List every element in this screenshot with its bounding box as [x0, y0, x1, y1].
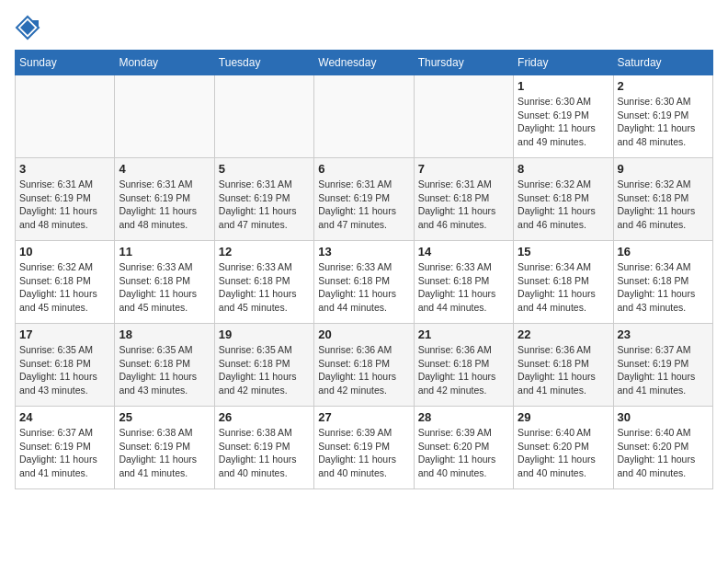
- day-info: Sunrise: 6:31 AM Sunset: 6:18 PM Dayligh…: [418, 178, 509, 232]
- day-number: 30: [618, 410, 709, 424]
- day-info: Sunrise: 6:35 AM Sunset: 6:18 PM Dayligh…: [19, 343, 110, 397]
- day-number: 18: [119, 327, 210, 341]
- day-info: Sunrise: 6:36 AM Sunset: 6:18 PM Dayligh…: [318, 343, 409, 397]
- calendar-cell: [115, 75, 214, 158]
- day-number: 2: [618, 79, 709, 93]
- day-number: 4: [119, 162, 210, 176]
- calendar-cell: 30Sunrise: 6:40 AM Sunset: 6:20 PM Dayli…: [613, 407, 712, 489]
- day-info: Sunrise: 6:36 AM Sunset: 6:18 PM Dayligh…: [418, 343, 509, 397]
- calendar-cell: 29Sunrise: 6:40 AM Sunset: 6:20 PM Dayli…: [514, 407, 613, 489]
- calendar-cell: 13Sunrise: 6:33 AM Sunset: 6:18 PM Dayli…: [314, 241, 414, 324]
- day-number: 21: [418, 327, 509, 341]
- day-info: Sunrise: 6:31 AM Sunset: 6:19 PM Dayligh…: [19, 178, 110, 232]
- day-info: Sunrise: 6:37 AM Sunset: 6:19 PM Dayligh…: [19, 426, 110, 480]
- day-info: Sunrise: 6:40 AM Sunset: 6:20 PM Dayligh…: [618, 426, 709, 480]
- day-number: 25: [119, 410, 210, 424]
- day-number: 29: [518, 410, 609, 424]
- day-number: 23: [618, 327, 709, 341]
- day-of-week-header: Tuesday: [214, 51, 313, 75]
- calendar-cell: [414, 75, 513, 158]
- calendar-cell: 19Sunrise: 6:35 AM Sunset: 6:18 PM Dayli…: [214, 324, 313, 407]
- calendar-cell: 17Sunrise: 6:35 AM Sunset: 6:18 PM Dayli…: [16, 324, 115, 407]
- day-info: Sunrise: 6:30 AM Sunset: 6:19 PM Dayligh…: [518, 95, 609, 149]
- day-of-week-header: Monday: [115, 51, 214, 75]
- calendar-cell: 25Sunrise: 6:38 AM Sunset: 6:19 PM Dayli…: [115, 407, 214, 489]
- calendar-cell: 14Sunrise: 6:33 AM Sunset: 6:18 PM Dayli…: [414, 241, 513, 324]
- calendar-cell: 5Sunrise: 6:31 AM Sunset: 6:19 PM Daylig…: [214, 158, 313, 241]
- calendar-cell: 26Sunrise: 6:38 AM Sunset: 6:19 PM Dayli…: [214, 407, 313, 489]
- calendar-header-row: SundayMondayTuesdayWednesdayThursdayFrid…: [16, 51, 713, 75]
- day-info: Sunrise: 6:39 AM Sunset: 6:19 PM Dayligh…: [318, 426, 409, 480]
- logo: [15, 15, 44, 40]
- calendar-table: SundayMondayTuesdayWednesdayThursdayFrid…: [15, 50, 713, 489]
- day-number: 8: [518, 162, 609, 176]
- calendar-cell: 2Sunrise: 6:30 AM Sunset: 6:19 PM Daylig…: [613, 75, 712, 158]
- calendar-cell: 6Sunrise: 6:31 AM Sunset: 6:19 PM Daylig…: [314, 158, 414, 241]
- calendar-cell: 3Sunrise: 6:31 AM Sunset: 6:19 PM Daylig…: [16, 158, 115, 241]
- day-number: 13: [318, 245, 409, 259]
- day-number: 26: [219, 410, 310, 424]
- day-number: 20: [318, 327, 409, 341]
- day-number: 17: [19, 327, 110, 341]
- calendar-cell: 27Sunrise: 6:39 AM Sunset: 6:19 PM Dayli…: [314, 407, 414, 489]
- calendar-cell: [314, 75, 414, 158]
- day-info: Sunrise: 6:34 AM Sunset: 6:18 PM Dayligh…: [618, 260, 709, 315]
- day-of-week-header: Thursday: [414, 51, 513, 75]
- day-info: Sunrise: 6:33 AM Sunset: 6:18 PM Dayligh…: [219, 260, 310, 315]
- day-info: Sunrise: 6:32 AM Sunset: 6:18 PM Dayligh…: [19, 260, 110, 315]
- day-of-week-header: Wednesday: [314, 51, 414, 75]
- calendar-cell: 12Sunrise: 6:33 AM Sunset: 6:18 PM Dayli…: [214, 241, 313, 324]
- calendar-week-row: 1Sunrise: 6:30 AM Sunset: 6:19 PM Daylig…: [16, 75, 713, 158]
- calendar-cell: 10Sunrise: 6:32 AM Sunset: 6:18 PM Dayli…: [16, 241, 115, 324]
- calendar-cell: 28Sunrise: 6:39 AM Sunset: 6:20 PM Dayli…: [414, 407, 513, 489]
- day-number: 24: [19, 410, 110, 424]
- day-number: 27: [318, 410, 409, 424]
- day-info: Sunrise: 6:38 AM Sunset: 6:19 PM Dayligh…: [119, 426, 210, 480]
- calendar-cell: [214, 75, 313, 158]
- day-number: 12: [219, 245, 310, 259]
- calendar-week-row: 24Sunrise: 6:37 AM Sunset: 6:19 PM Dayli…: [16, 407, 713, 489]
- day-number: 3: [19, 162, 110, 176]
- day-info: Sunrise: 6:33 AM Sunset: 6:18 PM Dayligh…: [318, 260, 409, 315]
- calendar-cell: 8Sunrise: 6:32 AM Sunset: 6:18 PM Daylig…: [514, 158, 613, 241]
- day-number: 15: [518, 245, 609, 259]
- day-number: 7: [418, 162, 509, 176]
- day-info: Sunrise: 6:31 AM Sunset: 6:19 PM Dayligh…: [318, 178, 409, 232]
- day-number: 14: [418, 245, 509, 259]
- day-info: Sunrise: 6:31 AM Sunset: 6:19 PM Dayligh…: [119, 178, 210, 232]
- day-number: 1: [518, 79, 609, 93]
- calendar-cell: 11Sunrise: 6:33 AM Sunset: 6:18 PM Dayli…: [115, 241, 214, 324]
- calendar-cell: [16, 75, 115, 158]
- day-info: Sunrise: 6:34 AM Sunset: 6:18 PM Dayligh…: [518, 260, 609, 315]
- day-info: Sunrise: 6:33 AM Sunset: 6:18 PM Dayligh…: [119, 260, 210, 315]
- calendar-week-row: 10Sunrise: 6:32 AM Sunset: 6:18 PM Dayli…: [16, 241, 713, 324]
- day-number: 22: [518, 327, 609, 341]
- calendar-cell: 23Sunrise: 6:37 AM Sunset: 6:19 PM Dayli…: [613, 324, 712, 407]
- day-info: Sunrise: 6:37 AM Sunset: 6:19 PM Dayligh…: [618, 343, 709, 397]
- day-of-week-header: Sunday: [16, 51, 115, 75]
- day-of-week-header: Saturday: [613, 51, 712, 75]
- calendar-cell: 24Sunrise: 6:37 AM Sunset: 6:19 PM Dayli…: [16, 407, 115, 489]
- calendar-cell: 22Sunrise: 6:36 AM Sunset: 6:18 PM Dayli…: [514, 324, 613, 407]
- day-number: 6: [318, 162, 409, 176]
- day-number: 16: [618, 245, 709, 259]
- day-number: 5: [219, 162, 310, 176]
- day-number: 9: [618, 162, 709, 176]
- day-number: 28: [418, 410, 509, 424]
- calendar-cell: 21Sunrise: 6:36 AM Sunset: 6:18 PM Dayli…: [414, 324, 513, 407]
- calendar-week-row: 3Sunrise: 6:31 AM Sunset: 6:19 PM Daylig…: [16, 158, 713, 241]
- day-number: 19: [219, 327, 310, 341]
- calendar-cell: 4Sunrise: 6:31 AM Sunset: 6:19 PM Daylig…: [115, 158, 214, 241]
- calendar-cell: 18Sunrise: 6:35 AM Sunset: 6:18 PM Dayli…: [115, 324, 214, 407]
- calendar-cell: 15Sunrise: 6:34 AM Sunset: 6:18 PM Dayli…: [514, 241, 613, 324]
- day-info: Sunrise: 6:36 AM Sunset: 6:18 PM Dayligh…: [518, 343, 609, 397]
- calendar-week-row: 17Sunrise: 6:35 AM Sunset: 6:18 PM Dayli…: [16, 324, 713, 407]
- calendar-cell: 1Sunrise: 6:30 AM Sunset: 6:19 PM Daylig…: [514, 75, 613, 158]
- calendar-cell: 16Sunrise: 6:34 AM Sunset: 6:18 PM Dayli…: [613, 241, 712, 324]
- day-info: Sunrise: 6:40 AM Sunset: 6:20 PM Dayligh…: [518, 426, 609, 480]
- day-info: Sunrise: 6:32 AM Sunset: 6:18 PM Dayligh…: [618, 178, 709, 232]
- calendar-cell: 20Sunrise: 6:36 AM Sunset: 6:18 PM Dayli…: [314, 324, 414, 407]
- calendar-cell: 9Sunrise: 6:32 AM Sunset: 6:18 PM Daylig…: [613, 158, 712, 241]
- day-info: Sunrise: 6:39 AM Sunset: 6:20 PM Dayligh…: [418, 426, 509, 480]
- day-info: Sunrise: 6:35 AM Sunset: 6:18 PM Dayligh…: [219, 343, 310, 397]
